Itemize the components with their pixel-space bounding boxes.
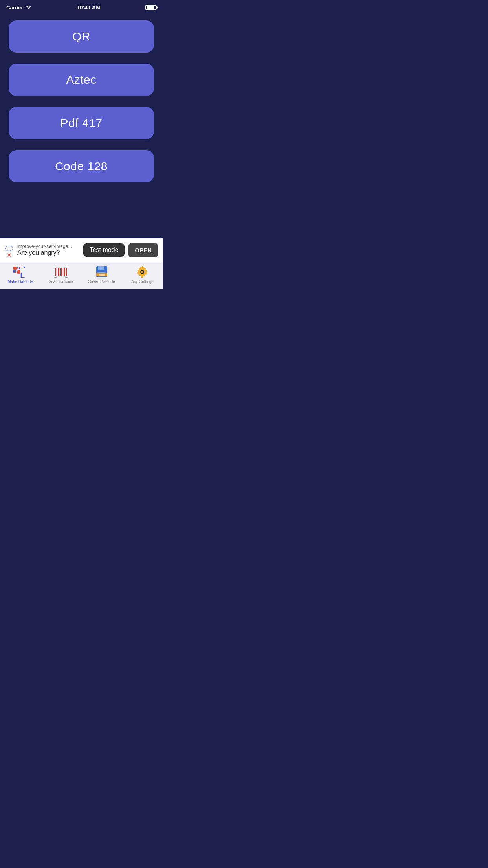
info-circle-icon: i xyxy=(5,246,13,251)
ad-headline: Are you angry? xyxy=(17,249,79,256)
time-display: 10:41 AM xyxy=(77,4,101,11)
svg-rect-10 xyxy=(55,268,56,276)
scan-barcode-tab-icon xyxy=(54,266,68,278)
svg-rect-15 xyxy=(63,268,63,276)
ad-info-icon: i ✕ xyxy=(5,246,13,254)
svg-rect-6 xyxy=(19,267,20,268)
tab-saved-barcode[interactable]: Saved Barcode xyxy=(81,262,122,289)
svg-rect-3 xyxy=(13,272,15,273)
ad-open-button[interactable]: OPEN xyxy=(128,243,158,257)
code128-button[interactable]: Code 128 xyxy=(9,150,154,182)
ad-close-icon[interactable]: ✕ xyxy=(7,252,11,258)
svg-rect-5 xyxy=(17,267,18,268)
tab-scan-barcode-label: Scan Barcode xyxy=(49,280,73,284)
qr-button[interactable]: QR xyxy=(9,20,154,53)
tab-app-settings-label: App Settings xyxy=(131,280,154,284)
svg-rect-13 xyxy=(60,268,61,276)
tab-app-settings[interactable]: App Settings xyxy=(122,262,163,289)
ad-url: improve-your-self-image... xyxy=(17,244,79,249)
svg-rect-24 xyxy=(96,273,107,274)
tab-saved-barcode-label: Saved Barcode xyxy=(88,280,115,284)
tab-make-barcode[interactable]: Make Barcode xyxy=(0,262,41,289)
battery-indicator xyxy=(145,5,156,10)
ad-text-area: improve-your-self-image... Are you angry… xyxy=(17,244,79,256)
make-barcode-tab-icon xyxy=(13,266,28,278)
svg-rect-17 xyxy=(66,268,67,276)
svg-rect-25 xyxy=(99,274,105,276)
svg-rect-8 xyxy=(19,268,20,269)
tab-make-barcode-label: Make Barcode xyxy=(8,280,33,284)
svg-rect-2 xyxy=(15,270,16,272)
svg-rect-7 xyxy=(17,268,18,269)
test-mode-badge: Test mode xyxy=(83,243,125,257)
wifi-icon xyxy=(26,5,32,11)
status-bar: Carrier 10:41 AM xyxy=(0,0,163,14)
svg-rect-11 xyxy=(57,268,57,276)
svg-rect-9 xyxy=(17,270,20,274)
battery-icon xyxy=(145,5,156,10)
saved-barcode-tab-icon xyxy=(95,266,109,278)
svg-rect-12 xyxy=(58,268,59,276)
svg-rect-4 xyxy=(15,272,16,273)
svg-rect-0 xyxy=(13,267,17,270)
main-content: QR Aztec Pdf 417 Code 128 xyxy=(0,14,163,189)
svg-rect-14 xyxy=(61,268,62,276)
tab-bar: Make Barcode Scan Barcode xyxy=(0,262,163,289)
pdf417-button[interactable]: Pdf 417 xyxy=(9,107,154,139)
svg-point-28 xyxy=(141,271,143,273)
svg-rect-20 xyxy=(103,267,103,270)
svg-rect-16 xyxy=(64,268,65,276)
ad-banner: i ✕ improve-your-self-image... Are you a… xyxy=(0,238,163,262)
tab-scan-barcode[interactable]: Scan Barcode xyxy=(41,262,82,289)
aztec-button[interactable]: Aztec xyxy=(9,64,154,96)
app-settings-tab-icon xyxy=(135,266,149,278)
carrier-label: Carrier xyxy=(6,5,23,11)
svg-rect-1 xyxy=(13,270,15,272)
carrier-info: Carrier xyxy=(6,5,32,11)
